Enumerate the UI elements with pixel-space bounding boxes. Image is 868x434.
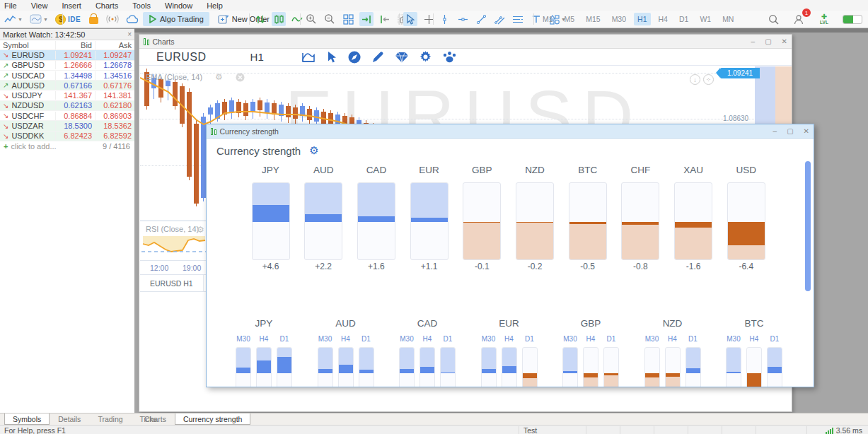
timeframe-M1[interactable]: M1	[539, 13, 557, 25]
candlestick-mode-button[interactable]	[272, 12, 286, 26]
trendline-tool[interactable]	[474, 12, 488, 26]
timeframe-D1[interactable]: D1	[676, 13, 692, 25]
mdi-tab-currency-strength[interactable]: Currency strength	[175, 414, 250, 425]
compass-icon[interactable]	[347, 50, 361, 64]
table-row[interactable]: ↘USDZAR 18.5300 18.5362	[0, 121, 134, 131]
table-row[interactable]: ↘USDDKK 6.82423 6.82592	[0, 131, 134, 141]
close-icon[interactable]	[236, 73, 245, 82]
timeframe-H1[interactable]: H1	[634, 13, 650, 25]
mini-gauge-GBP-M30	[562, 347, 578, 387]
indicators-icon[interactable]	[301, 51, 316, 64]
menu-item-help[interactable]: Help	[207, 1, 223, 10]
cloud-button[interactable]	[125, 12, 140, 26]
table-row[interactable]: ↗USDCAD 1.34498 1.34516	[0, 71, 134, 81]
gear-icon[interactable]	[419, 50, 432, 64]
close-icon[interactable]: ✕	[804, 127, 809, 135]
notifications-button[interactable]: 1	[792, 12, 806, 26]
level-button[interactable]: ✚LVL	[817, 12, 831, 26]
table-row[interactable]: ↘USDJPY 141.367 141.381	[0, 90, 134, 100]
menu-item-charts[interactable]: Charts	[96, 1, 118, 10]
zoom-out-button[interactable]	[323, 12, 337, 26]
crosshair-tool-button[interactable]	[422, 12, 436, 26]
menu-item-file[interactable]: File	[4, 1, 17, 10]
table-row[interactable]: ↗AUDUSD 0.67166 0.67176	[0, 81, 134, 90]
channel-tool[interactable]	[492, 12, 507, 26]
menu-item-insert[interactable]: Insert	[62, 1, 81, 10]
status-bar: For Help, press F1 Test 3.56 ms	[0, 425, 868, 434]
zoom-in-button[interactable]	[304, 12, 318, 26]
status-account: Test	[523, 426, 537, 434]
search-button[interactable]	[766, 12, 780, 26]
currency-strength-title-bar[interactable]: Currency strength – ▢ ✕	[207, 124, 814, 139]
timeframe-MN[interactable]: MN	[719, 13, 737, 25]
pencil-icon[interactable]	[371, 50, 385, 64]
vertical-line-tool[interactable]	[437, 12, 451, 26]
main-toolbar: ▼ ▼ $ IDE Algo Trading New Order	[0, 11, 868, 28]
chart-template-button[interactable]: ▼	[28, 12, 50, 26]
tick-chart-button[interactable]	[253, 12, 267, 26]
fibonacci-tool[interactable]	[511, 12, 525, 26]
expand-icon[interactable]: ⁘	[703, 74, 714, 85]
chart-tab-eurusd[interactable]: EURUSD H1	[140, 275, 204, 291]
mini-tf-label: D1	[603, 335, 619, 343]
paw-icon[interactable]	[442, 50, 457, 64]
timeframe-H4[interactable]: H4	[655, 13, 671, 25]
maximize-icon[interactable]: ▢	[787, 127, 793, 135]
table-row[interactable]: ↘EURUSD 1.09241 1.09247	[0, 50, 134, 60]
minimize-icon[interactable]: –	[773, 127, 777, 135]
line-chart-mode-button[interactable]	[290, 12, 304, 26]
column-symbol[interactable]: Symbol	[0, 41, 55, 49]
horizontal-line-tool[interactable]	[456, 12, 470, 26]
menu-item-view[interactable]: View	[31, 1, 48, 10]
tile-windows-button[interactable]	[341, 12, 355, 26]
tab-trading[interactable]: Trading	[89, 414, 131, 425]
timeframe-switcher: M1M5M15M30H1H4D1W1MN	[539, 11, 737, 28]
tab-symbols[interactable]: Symbols	[4, 414, 50, 425]
market-dollar-button[interactable]: $	[54, 12, 68, 26]
cursor-tool-button[interactable]	[403, 12, 417, 26]
chart-timeframe-label[interactable]: H1	[250, 51, 264, 63]
table-row[interactable]: ↗GBPUSD 1.26666 1.26678	[0, 61, 134, 71]
mini-tf-label: M30	[399, 335, 415, 343]
table-row[interactable]: ↘NZDUSD 0.62163 0.62180	[0, 101, 134, 111]
mini-gauge-AUD-M30	[318, 347, 333, 387]
signals-button[interactable]	[105, 12, 120, 26]
timeframe-W1[interactable]: W1	[696, 13, 714, 25]
close-icon[interactable]: ×	[127, 30, 132, 38]
chart-symbol-toolbar: EURUSD H1	[139, 49, 792, 66]
charts-window-title-bar[interactable]: Charts – ▢ ✕	[139, 35, 792, 49]
mdi-desktop: Charts – ▢ ✕ EURUSD H1 EURUSD	[134, 28, 868, 413]
timeframe-M5[interactable]: M5	[561, 13, 579, 25]
add-symbol-label[interactable]: click to add...	[11, 142, 56, 151]
download-icon[interactable]: ↓	[690, 74, 700, 85]
scrollbar-thumb[interactable]	[805, 161, 811, 291]
gauge-value-CAD: +1.6	[348, 262, 405, 271]
diamond-icon[interactable]	[395, 51, 409, 64]
table-row[interactable]: ↘USDCHF 0.86884 0.86903	[0, 111, 134, 121]
tab-details[interactable]: Details	[50, 414, 89, 425]
timeframe-M30[interactable]: M30	[608, 13, 630, 25]
menu-item-tools[interactable]: Tools	[132, 1, 151, 10]
ide-button[interactable]: IDE	[66, 12, 82, 26]
shift-chart-button[interactable]	[378, 12, 392, 26]
algo-trading-button[interactable]: Algo Trading	[143, 12, 209, 26]
menu-item-window[interactable]: Window	[165, 1, 192, 10]
chart-symbol-label[interactable]: EURUSD	[156, 51, 207, 64]
mini-gauge-GBP-H4	[583, 347, 598, 387]
column-bid[interactable]: Bid	[55, 41, 95, 49]
maximize-icon[interactable]: ▢	[765, 37, 771, 45]
scroll-to-end-button[interactable]	[359, 12, 374, 26]
close-icon[interactable]: ✕	[782, 37, 787, 45]
cursor-icon[interactable]	[326, 51, 337, 64]
gear-icon[interactable]: ⚙	[215, 72, 223, 82]
add-symbol-icon[interactable]: +	[0, 142, 11, 151]
connection-toggle[interactable]	[843, 15, 862, 24]
minimize-icon[interactable]: –	[751, 37, 756, 45]
column-ask[interactable]: Ask	[95, 41, 134, 49]
market-store-button[interactable]	[86, 12, 100, 26]
timeframe-M15[interactable]: M15	[582, 13, 603, 25]
chart-type-button[interactable]: ▼	[3, 12, 24, 26]
mdi-tab-charts[interactable]: Charts	[136, 414, 175, 425]
time-tick: 19:00	[183, 264, 201, 272]
gear-icon[interactable]: ⚙	[309, 144, 318, 157]
